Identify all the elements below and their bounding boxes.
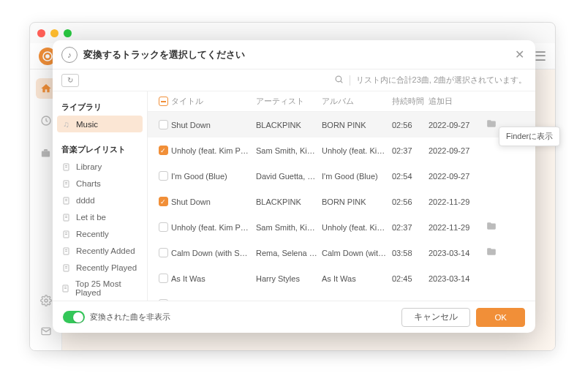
- sidebar-item-playlist[interactable]: Recently: [53, 225, 147, 242]
- row-duration: 03:20: [392, 300, 429, 301]
- row-duration: 02:37: [392, 146, 429, 155]
- track-row[interactable]: Calm Down (with Sele...Rema, Selena Gom.…: [148, 240, 535, 265]
- row-album: Calm Down (with S...: [322, 249, 392, 257]
- track-row[interactable]: ✓Shut DownBLACKPINKBORN PINK02:562022-11…: [148, 189, 535, 214]
- row-title: Shut Down: [171, 121, 256, 129]
- library-section-title: ライブラリ: [53, 99, 147, 116]
- sidebar-item-label: Charts: [76, 179, 101, 188]
- row-checkbox[interactable]: ✓: [159, 146, 168, 155]
- col-artist[interactable]: アーティスト: [256, 97, 322, 107]
- playlist-icon: [61, 246, 71, 255]
- row-duration: 02:56: [392, 197, 429, 206]
- svg-point-6: [45, 299, 48, 302]
- track-row[interactable]: Unholy (feat. Kim Petra...Sam Smith, Kim…: [148, 214, 535, 240]
- row-checkbox[interactable]: [159, 248, 168, 257]
- row-title: I'm Good (Blue): [171, 172, 256, 181]
- row-album: Unholy (feat. Kim P...: [322, 146, 392, 155]
- search-icon[interactable]: [334, 75, 344, 86]
- track-row[interactable]: Shut DownBLACKPINKBORN PINK02:562022-09-…: [148, 112, 535, 137]
- row-album: BORN PINK: [322, 197, 392, 206]
- svg-rect-5: [42, 151, 50, 157]
- sidebar-item-label: Recently Added: [76, 246, 135, 255]
- modal-footer: 変換された曲を非表示 キャンセル OK: [53, 301, 535, 333]
- playlist-icon: [61, 178, 71, 188]
- row-title: Unholy (feat. Kim Petra...: [171, 223, 256, 232]
- sidebar-item-playlist[interactable]: Library: [53, 158, 147, 175]
- track-row[interactable]: I'm Good (Blue)David Guetta, Beb...I'm G…: [148, 163, 535, 189]
- select-all-checkbox[interactable]: [159, 97, 168, 106]
- row-artist: BLACKPINK: [256, 197, 322, 206]
- svg-line-9: [340, 80, 342, 83]
- playlist-icon: [61, 229, 71, 238]
- hide-converted-toggle[interactable]: [63, 311, 85, 323]
- sidebar-item-label: Recently Played: [76, 263, 137, 272]
- col-album[interactable]: アルバム: [322, 97, 392, 107]
- row-checkbox[interactable]: [159, 299, 168, 301]
- traffic-lights: [37, 29, 72, 37]
- track-row[interactable]: ✓Unholy (feat. Kim Petra...Sam Smith, Ki…: [148, 137, 535, 163]
- track-select-modal: ♪ 変換するトラックを選択してください ✕ ↻ リスト内に合計23曲, 2曲が選…: [53, 40, 535, 333]
- row-checkbox[interactable]: [159, 274, 168, 283]
- svg-point-8: [336, 76, 341, 82]
- sidebar-item-playlist[interactable]: Top 25 Most Played: [53, 276, 147, 301]
- reveal-in-finder-icon[interactable]: [486, 118, 497, 131]
- sidebar-item-playlist[interactable]: Recently Played: [53, 259, 147, 276]
- maximize-window-icon[interactable]: [64, 29, 72, 37]
- playlist-icon: [61, 195, 71, 205]
- row-artist: Harry Styles: [256, 274, 322, 283]
- track-row[interactable]: As It WasHarry StylesAs It Was02:452023-…: [148, 265, 535, 291]
- row-date: 2022-11-29: [429, 197, 483, 206]
- list-rows[interactable]: Shut DownBLACKPINKBORN PINK02:562022-09-…: [148, 112, 535, 301]
- list-header: タイトル アーティスト アルバム 持続時間 追加日: [148, 91, 535, 112]
- col-duration[interactable]: 持続時間: [392, 97, 429, 107]
- sidebar-item-music[interactable]: ♫ Music: [57, 116, 143, 132]
- playlist-icon: [61, 212, 71, 222]
- sidebar-item-label: Library: [76, 162, 102, 171]
- sidebar-item-playlist[interactable]: dddd: [53, 192, 147, 208]
- sidebar-item-label: Recently: [76, 230, 109, 238]
- row-date: 2023-03-14: [429, 274, 483, 283]
- playlist-section-title: 音楽プレイリスト: [53, 141, 147, 158]
- divider: [350, 75, 350, 86]
- row-date: 2022-11-29: [429, 223, 483, 232]
- minimize-window-icon[interactable]: [50, 29, 58, 37]
- sidebar-item-label: Music: [76, 120, 98, 129]
- sidebar-item-playlist[interactable]: Let it be: [53, 208, 147, 225]
- row-artist: Rema, Selena Gom...: [256, 249, 322, 257]
- modal-header: ♪ 変換するトラックを選択してください ✕: [53, 40, 535, 69]
- row-checkbox[interactable]: [159, 120, 168, 129]
- modal-sidebar: ライブラリ ♫ Music 音楽プレイリスト LibraryChartsdddd…: [53, 91, 148, 301]
- row-artist: David Guetta, Beb...: [256, 172, 322, 181]
- menu-icon[interactable]: ☰: [535, 48, 546, 64]
- row-date: 2023-03-14: [429, 300, 483, 301]
- row-checkbox[interactable]: [159, 171, 168, 181]
- col-date[interactable]: 追加日: [429, 97, 483, 107]
- close-icon[interactable]: ✕: [512, 48, 526, 61]
- modal-body: ライブラリ ♫ Music 音楽プレイリスト LibraryChartsdddd…: [53, 91, 535, 301]
- row-artist: Taylor Swift: [256, 300, 322, 301]
- row-checkbox[interactable]: [159, 222, 168, 232]
- row-album: I'm Good (Blue): [322, 172, 392, 181]
- col-title[interactable]: タイトル: [171, 97, 256, 107]
- track-row[interactable]: Anti-HeroTaylor SwiftMidnights03:202023-…: [148, 291, 535, 301]
- reveal-in-finder-icon[interactable]: [486, 221, 497, 233]
- close-window-icon[interactable]: [37, 29, 45, 37]
- row-duration: 02:54: [392, 172, 429, 181]
- row-artist: Sam Smith, Kim Pe...: [256, 223, 322, 232]
- row-date: 2022-09-27: [429, 172, 483, 181]
- row-album: BORN PINK: [322, 121, 392, 129]
- svg-point-1: [46, 55, 49, 58]
- sidebar-item-playlist[interactable]: Recently Added: [53, 242, 147, 259]
- ok-button[interactable]: OK: [476, 308, 525, 327]
- sidebar-item-playlist[interactable]: Charts: [53, 175, 147, 192]
- row-checkbox[interactable]: ✓: [159, 197, 168, 206]
- row-title: Calm Down (with Sele...: [171, 249, 256, 257]
- row-title: Shut Down: [171, 197, 256, 206]
- row-duration: 02:37: [392, 223, 429, 232]
- reveal-in-finder-icon[interactable]: [486, 246, 497, 259]
- row-title: Unholy (feat. Kim Petra...: [171, 146, 256, 155]
- modal-toolbar: ↻ リスト内に合計23曲, 2曲が選択されています。: [53, 69, 535, 91]
- refresh-button[interactable]: ↻: [61, 74, 79, 87]
- cancel-button[interactable]: キャンセル: [401, 308, 470, 327]
- music-note-icon: ♪: [61, 47, 78, 63]
